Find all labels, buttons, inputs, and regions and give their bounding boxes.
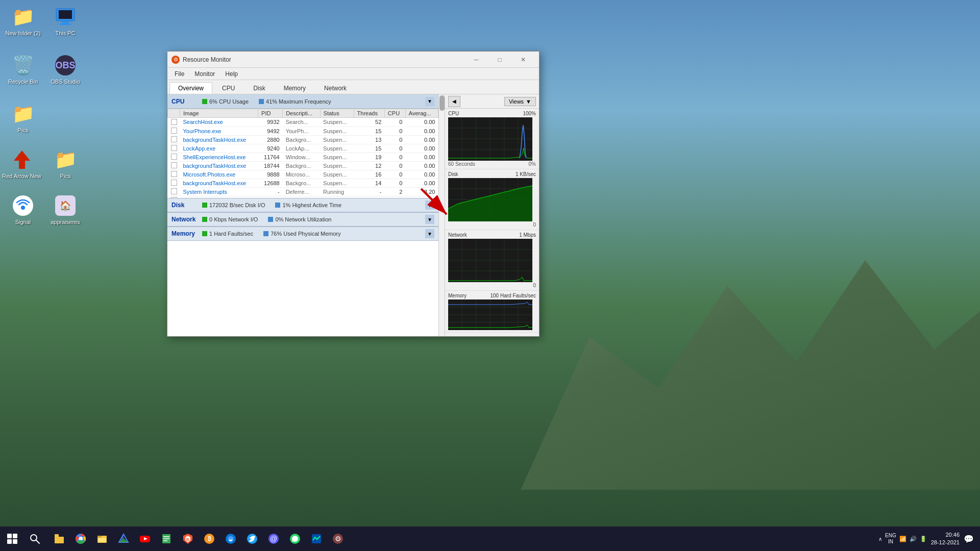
- row-check[interactable]: [168, 179, 180, 187]
- menu-file[interactable]: File: [169, 69, 189, 79]
- row-check[interactable]: [168, 153, 180, 161]
- close-button[interactable]: ✕: [511, 52, 535, 68]
- cpu-time-label: 60 Seconds: [448, 161, 475, 167]
- green-indicator: [202, 203, 207, 208]
- desktop-icon-this-pc[interactable]: This PC: [45, 3, 86, 38]
- tab-memory[interactable]: Memory: [275, 82, 314, 94]
- views-dropdown-icon: ▼: [526, 98, 531, 105]
- tray-chevron[interactable]: ∧: [878, 536, 882, 542]
- desktop-icon-recycle-bin[interactable]: 🗑️ Recycle Bin: [3, 51, 43, 87]
- taskbar-search[interactable]: [24, 529, 45, 549]
- taskbar-clock[interactable]: 20:46 28-12-2021: [931, 531, 960, 547]
- network-section-header[interactable]: Network 0 Kbps Network I/O 0% Network Ut…: [167, 212, 438, 227]
- cpu-expand-btn[interactable]: ▼: [425, 97, 434, 106]
- table-row[interactable]: backgroundTaskHost.exe 12688 Backgro... …: [168, 179, 438, 187]
- main-panel: CPU 6% CPU Usage 41% Maximum Frequency ▼: [167, 94, 445, 336]
- table-row[interactable]: LockApp.exe 9240 LockAp... Suspen... 15 …: [168, 144, 438, 153]
- desktop-icon-red-arrow[interactable]: Red Arrow New: [0, 145, 43, 181]
- taskbar-twitter[interactable]: [242, 529, 262, 549]
- table-row[interactable]: backgroundTaskHost.exe 2880 Backgro... S…: [168, 135, 438, 144]
- process-desc: LockAp...: [283, 144, 320, 153]
- network-expand-btn[interactable]: ▼: [425, 215, 434, 224]
- taskbar-edge[interactable]: [220, 529, 241, 549]
- taskbar-sheets[interactable]: [156, 529, 177, 549]
- tab-network[interactable]: Network: [315, 82, 355, 94]
- desktop-icon-pics1[interactable]: 📁 Pics: [3, 99, 43, 135]
- svg-rect-61: [163, 536, 169, 537]
- disk-section-header[interactable]: Disk 172032 B/sec Disk I/O 1% Highest Ac…: [167, 198, 438, 212]
- main-scrollbar[interactable]: [438, 94, 445, 336]
- tray-battery[interactable]: 🔋: [920, 536, 927, 542]
- menu-help[interactable]: Help: [220, 69, 243, 79]
- menu-monitor[interactable]: Monitor: [189, 69, 220, 79]
- row-check[interactable]: [168, 118, 180, 127]
- svg-rect-54: [98, 538, 106, 542]
- disk-expand-btn[interactable]: ▼: [425, 201, 434, 210]
- network-graph-footer: 0: [448, 283, 536, 288]
- table-row[interactable]: YourPhone.exe 9492 YourPh... Suspen... 1…: [168, 127, 438, 135]
- th-status[interactable]: Status: [320, 109, 354, 118]
- th-image[interactable]: Image: [180, 109, 258, 118]
- desktop-icon-new-folder[interactable]: 📁 New folder (2): [3, 3, 43, 38]
- table-row[interactable]: backgroundTaskHost.exe 18744 Backgro... …: [168, 161, 438, 170]
- taskbar-finance[interactable]: [306, 529, 327, 549]
- row-check[interactable]: [168, 170, 180, 179]
- row-check[interactable]: [168, 161, 180, 170]
- process-name: Microsoft.Photos.exe: [180, 170, 258, 179]
- views-button[interactable]: Views ▼: [504, 97, 536, 106]
- th-threads[interactable]: Threads: [354, 109, 384, 118]
- process-cpu: 0: [384, 170, 405, 179]
- icon-label: Pics: [60, 173, 71, 179]
- taskbar-gdrive[interactable]: [113, 529, 134, 549]
- process-pid: 9240: [258, 144, 283, 153]
- taskbar-brave[interactable]: B: [178, 529, 198, 549]
- desktop-icon-obs[interactable]: OBS OBS Studio: [45, 51, 86, 87]
- th-desc[interactable]: Descripti...: [283, 109, 320, 118]
- tab-cpu[interactable]: CPU: [213, 82, 243, 94]
- minimize-button[interactable]: ─: [464, 52, 488, 68]
- taskbar-chrome[interactable]: [70, 529, 91, 549]
- process-avg: 0.00: [405, 144, 438, 153]
- table-row[interactable]: ShellExperienceHost.exe 11764 Window... …: [168, 153, 438, 161]
- process-table-scroll[interactable]: Image PID Descripti... Status Threads CP…: [167, 109, 438, 198]
- row-check[interactable]: [168, 135, 180, 144]
- taskbar-youtube[interactable]: [135, 529, 155, 549]
- row-check[interactable]: [168, 127, 180, 135]
- taskbar-tool[interactable]: ⚙: [328, 529, 348, 549]
- th-cpu[interactable]: CPU: [384, 109, 405, 118]
- tray-wifi[interactable]: 📶: [899, 536, 906, 542]
- row-check[interactable]: [168, 144, 180, 153]
- desktop-icon-signal[interactable]: Signal: [3, 191, 43, 227]
- memory-section-header[interactable]: Memory 1 Hard Faults/sec 76% Used Physic…: [167, 227, 438, 241]
- th-avg[interactable]: Averag...: [405, 109, 438, 118]
- table-row[interactable]: System Interrupts - Deferre... Running -…: [168, 187, 438, 196]
- tab-disk[interactable]: Disk: [244, 82, 274, 94]
- taskbar-explorer[interactable]: [92, 529, 112, 549]
- table-row[interactable]: Microsoft.Photos.exe 9888 Microso... Sus…: [168, 170, 438, 179]
- graphs-scroll[interactable]: CPU 100%: [445, 109, 539, 336]
- taskbar-whatsapp[interactable]: [285, 529, 305, 549]
- process-status: Suspen...: [320, 161, 354, 170]
- start-button[interactable]: [0, 527, 24, 551]
- notification-icon[interactable]: 💬: [964, 534, 974, 544]
- th-pid[interactable]: PID: [258, 109, 283, 118]
- taskbar-browser2[interactable]: @: [263, 529, 284, 549]
- tab-overview[interactable]: Overview: [169, 82, 212, 94]
- tray-speaker[interactable]: 🔊: [910, 536, 917, 542]
- process-cpu: 0: [384, 179, 405, 187]
- desktop-icon-appraisers[interactable]: 🏠 appraiseres: [45, 191, 86, 227]
- row-check[interactable]: [168, 187, 180, 196]
- graphs-collapse-btn[interactable]: ◀: [448, 96, 460, 107]
- taskbar-files[interactable]: [49, 529, 69, 549]
- memory-expand-btn[interactable]: ▼: [425, 229, 434, 238]
- process-status: Suspen...: [320, 144, 354, 153]
- desktop-icon-pics2[interactable]: 📁 Pics: [45, 145, 86, 181]
- cpu-section-header[interactable]: CPU 6% CPU Usage 41% Maximum Frequency ▼: [167, 94, 438, 109]
- process-threads: 16: [354, 170, 384, 179]
- maximize-button[interactable]: □: [488, 52, 511, 68]
- process-status: Suspen...: [320, 118, 354, 127]
- process-threads: 12: [354, 161, 384, 170]
- taskbar-btc[interactable]: ₿: [199, 529, 219, 549]
- svg-rect-1: [59, 10, 72, 19]
- table-row[interactable]: SearchHost.exe 9932 Search... Suspen... …: [168, 118, 438, 127]
